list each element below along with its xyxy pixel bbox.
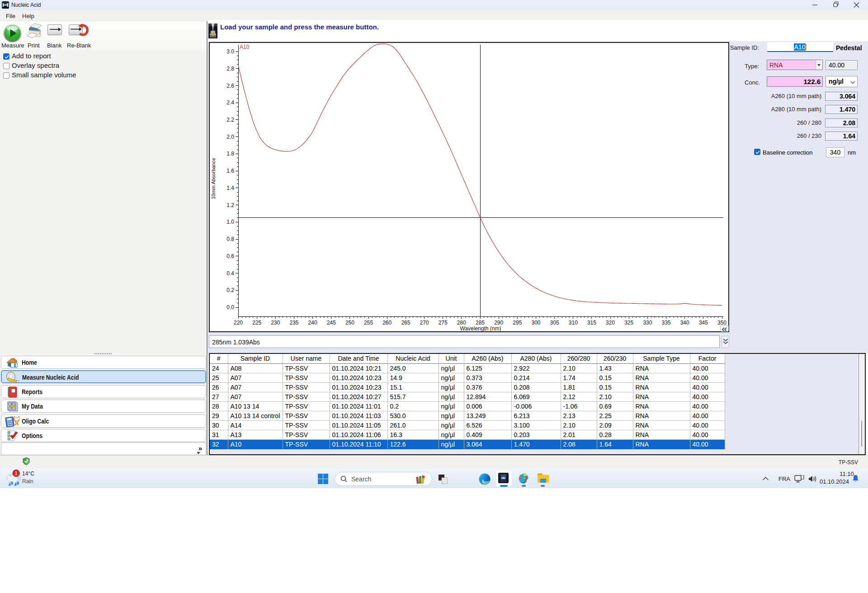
svg-text:0.4: 0.4 — [226, 270, 234, 277]
svg-text:240: 240 — [308, 320, 317, 326]
svg-text:320: 320 — [606, 320, 615, 326]
svg-text:10mm Absorbance: 10mm Absorbance — [211, 158, 216, 199]
svg-text:2.0: 2.0 — [226, 134, 234, 140]
svg-text:310: 310 — [569, 320, 578, 326]
svg-text:220: 220 — [234, 320, 243, 326]
svg-text:345: 345 — [699, 320, 708, 326]
svg-text:285: 285 — [476, 320, 485, 326]
svg-text:235: 235 — [289, 320, 298, 326]
svg-text:335: 335 — [661, 320, 670, 326]
svg-text:250: 250 — [345, 320, 354, 326]
svg-text:315: 315 — [587, 320, 596, 326]
svg-text:330: 330 — [643, 320, 652, 326]
svg-text:280: 280 — [457, 320, 466, 326]
svg-text:255: 255 — [364, 320, 373, 326]
svg-text:1.4: 1.4 — [226, 185, 234, 191]
svg-text:305: 305 — [550, 320, 559, 326]
svg-text:2.6: 2.6 — [226, 83, 234, 89]
svg-text:2.4: 2.4 — [226, 99, 234, 106]
svg-text:0.6: 0.6 — [226, 253, 234, 259]
svg-text:1.2: 1.2 — [226, 202, 234, 208]
svg-text:Wavelength (nm): Wavelength (nm) — [460, 325, 501, 331]
svg-text:0.0: 0.0 — [226, 304, 234, 311]
svg-text:1.8: 1.8 — [226, 151, 234, 157]
svg-text:0.2: 0.2 — [226, 287, 234, 293]
svg-text:295: 295 — [513, 320, 522, 326]
svg-text:290: 290 — [494, 320, 503, 326]
svg-text:3.0: 3.0 — [226, 48, 234, 55]
svg-text:260: 260 — [382, 320, 392, 326]
svg-text:325: 325 — [624, 320, 633, 326]
svg-text:265: 265 — [401, 320, 410, 326]
svg-text:245: 245 — [327, 320, 336, 326]
svg-text:1.6: 1.6 — [226, 168, 234, 174]
svg-text:225: 225 — [252, 320, 261, 326]
svg-text:1.0: 1.0 — [226, 219, 234, 225]
svg-text:230: 230 — [271, 320, 280, 326]
svg-text:340: 340 — [680, 320, 689, 326]
svg-text:A10: A10 — [240, 44, 250, 50]
svg-text:275: 275 — [439, 320, 448, 326]
svg-text:2.8: 2.8 — [226, 66, 234, 72]
svg-text:0.8: 0.8 — [226, 236, 234, 242]
svg-text:300: 300 — [531, 320, 540, 326]
svg-text:1: 1 — [14, 471, 17, 476]
svg-text:2.2: 2.2 — [226, 117, 234, 123]
svg-text:270: 270 — [420, 320, 429, 326]
